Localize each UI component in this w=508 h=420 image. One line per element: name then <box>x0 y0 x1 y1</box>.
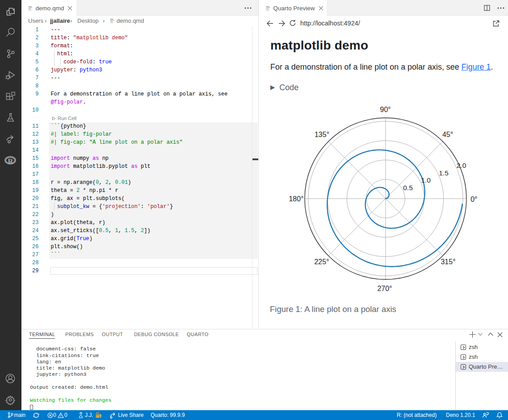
svg-text:225°: 225° <box>314 258 329 266</box>
svg-text:0°: 0° <box>470 195 477 203</box>
svg-text:1.5: 1.5 <box>439 169 449 177</box>
svg-text:90°: 90° <box>380 106 390 113</box>
svg-text:315°: 315° <box>441 258 455 266</box>
svg-text:135°: 135° <box>315 131 329 138</box>
svg-text:180°: 180° <box>289 195 303 203</box>
svg-text:2.0: 2.0 <box>457 162 466 169</box>
svg-text:270°: 270° <box>377 285 392 292</box>
svg-text:45°: 45° <box>442 131 453 138</box>
svg-text:1.0: 1.0 <box>421 176 431 184</box>
svg-text:R: R <box>8 157 13 166</box>
svg-text:0.5: 0.5 <box>403 184 413 191</box>
